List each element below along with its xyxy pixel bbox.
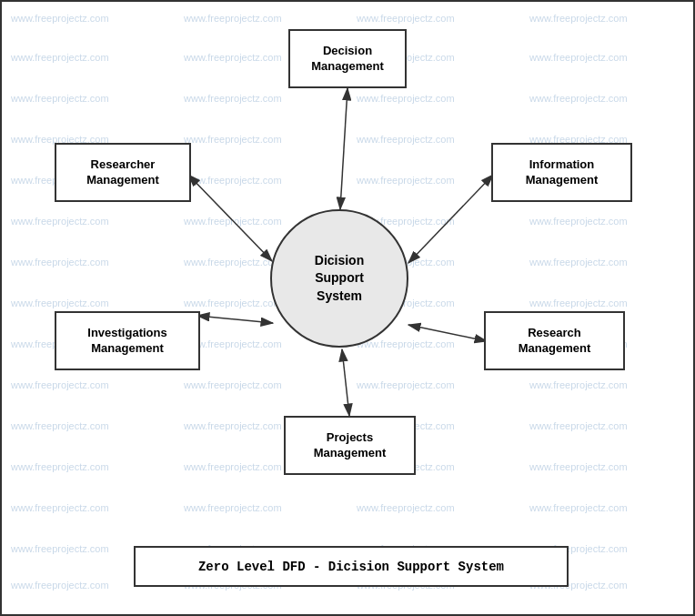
projects-management-box: ProjectsManagement	[284, 416, 416, 475]
svg-line-7	[342, 349, 349, 416]
researcher-management-label: ResearcherManagement	[86, 157, 158, 188]
information-management-label: InformationManagement	[526, 157, 598, 188]
investigations-management-label: InvestigationsManagement	[87, 326, 166, 357]
svg-line-2	[340, 88, 348, 209]
center-circle: DicisionSupportSystem	[270, 209, 408, 348]
projects-management-label: ProjectsManagement	[314, 430, 386, 461]
investigations-management-box: InvestigationsManagement	[55, 311, 200, 370]
decision-management-box: DecisionManagement	[288, 29, 407, 88]
research-management-box: ResearchManagement	[484, 311, 625, 370]
svg-line-6	[408, 325, 487, 341]
svg-line-4	[408, 175, 493, 263]
bottom-label-box: Zero Level DFD - Dicision Support System	[134, 546, 569, 587]
svg-line-5	[197, 316, 273, 323]
research-management-label: ResearchManagement	[519, 326, 590, 357]
center-circle-label: DicisionSupportSystem	[315, 252, 364, 306]
diagram-container: www.freeprojectz.com www.freeprojectz.co…	[0, 0, 695, 616]
decision-management-label: DecisionManagement	[311, 44, 383, 75]
researcher-management-box: ResearcherManagement	[55, 143, 191, 202]
svg-line-3	[188, 175, 272, 261]
information-management-box: InformationManagement	[491, 143, 632, 202]
bottom-label-text: Zero Level DFD - Dicision Support System	[198, 560, 504, 574]
